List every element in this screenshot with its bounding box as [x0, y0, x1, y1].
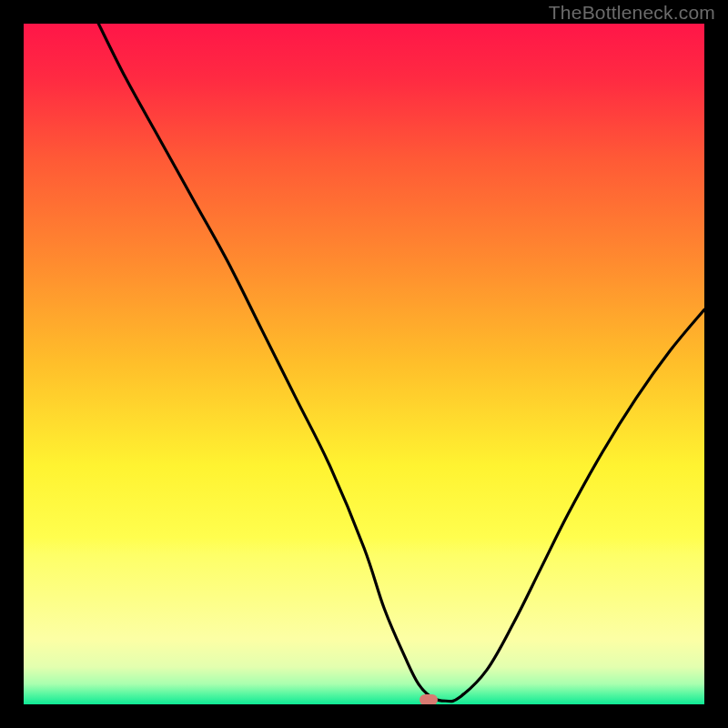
plot-area: [24, 24, 704, 704]
watermark-text: TheBottleneck.com: [549, 2, 715, 24]
bottleneck-marker: [420, 694, 438, 704]
chart-frame: TheBottleneck.com: [0, 0, 728, 728]
bottleneck-curve: [24, 24, 704, 704]
